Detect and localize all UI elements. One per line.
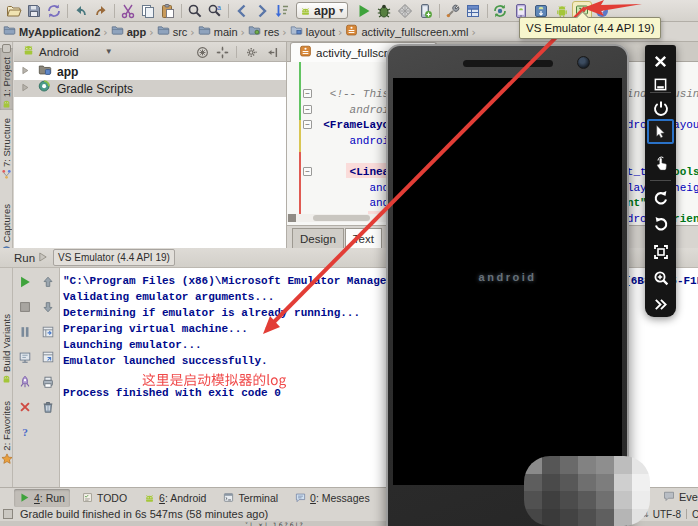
hide-panel-button[interactable] — [267, 46, 280, 59]
tool-window-button-android[interactable]: 6: Android — [139, 489, 211, 507]
tab-design[interactable]: Design — [292, 228, 344, 248]
forward-button[interactable] — [252, 1, 272, 21]
stop-button[interactable] — [15, 297, 35, 317]
fold-marker-icon[interactable]: − — [303, 120, 312, 129]
attach-button[interactable] — [416, 1, 435, 21]
emulator-zoom-in-button[interactable] — [645, 267, 676, 289]
dump-button[interactable] — [15, 347, 35, 367]
gradle-sync-button[interactable] — [491, 1, 510, 21]
editor-horizontal-scrollbar[interactable] — [287, 214, 388, 222]
fold-marker-icon[interactable]: − — [303, 167, 312, 176]
breadcrumb-label: app — [127, 26, 147, 38]
cut-button[interactable] — [118, 1, 138, 21]
breadcrumb-label: activity_fullscreen.xml — [361, 26, 468, 38]
sync-button[interactable] — [44, 1, 64, 21]
sidebar-item-2-favorites[interactable]: 2: Favorites — [0, 390, 13, 465]
breadcrumb-item-myapplication2[interactable]: MyApplication2 — [3, 23, 100, 41]
run-configuration-combo[interactable]: app▾ — [296, 2, 348, 19]
clear-all-button[interactable] — [38, 397, 58, 417]
censor-cell — [542, 509, 560, 526]
rerun-button[interactable] — [15, 272, 35, 292]
code-token-pl — [310, 135, 350, 147]
undo-button[interactable] — [71, 1, 91, 21]
scrollbar-thumb[interactable] — [313, 215, 370, 221]
emulator-rotate-cw-button[interactable] — [645, 213, 676, 235]
sidebar-item-7-structure[interactable]: 7: Structure — [0, 112, 13, 180]
locate-button[interactable] — [216, 46, 229, 59]
project-panel: Android ▼ appGradle Scripts — [14, 42, 287, 248]
breadcrumb-icon-wrap — [157, 23, 170, 41]
censor-cell — [632, 491, 650, 509]
sort-button[interactable] — [272, 1, 292, 21]
tab-text[interactable]: Text — [345, 228, 382, 248]
emulator-close-x-button[interactable] — [645, 50, 676, 72]
tool-window-button-messages[interactable]: 0: Messages — [290, 489, 375, 507]
rocket-button[interactable] — [15, 372, 35, 392]
breadcrumb-item-activity-fullscreen-xml[interactable]: activity_fullscreen.xml — [345, 23, 468, 41]
close-red-button[interactable] — [15, 397, 35, 417]
sidebar-item-1-project[interactable]: 1: Project — [0, 48, 13, 110]
tree-item-app[interactable]: app — [14, 63, 286, 80]
encoding-label[interactable]: UTF-8 — [653, 509, 681, 520]
red-annotation-text — [142, 373, 287, 394]
sidebar-item-build-variants[interactable]: Build Variants — [0, 281, 13, 385]
sidebar-item-captures[interactable]: Captures — [0, 194, 13, 256]
pause-button[interactable] — [15, 322, 35, 342]
help-blue-button[interactable]: ? — [15, 422, 35, 442]
fold-marker-icon[interactable]: − — [303, 89, 312, 98]
tool-window-button-todo[interactable]: TODO — [77, 489, 132, 507]
restore-layout-button[interactable] — [38, 322, 58, 342]
breadcrumb-label: main — [214, 26, 238, 38]
expand-arrow-icon[interactable] — [20, 65, 30, 79]
breadcrumb-item-res[interactable]: res — [248, 23, 279, 41]
debug-button[interactable] — [375, 1, 394, 21]
emulator-screen[interactable]: android — [393, 78, 622, 485]
run-button[interactable] — [354, 1, 373, 21]
pin-tab-button[interactable] — [38, 347, 58, 367]
emulator-cursor-button[interactable] — [647, 119, 674, 144]
redo-button[interactable] — [91, 1, 111, 21]
breadcrumb-item-main[interactable]: main — [198, 23, 238, 41]
find-button[interactable] — [185, 1, 205, 21]
emulator-power-button[interactable] — [645, 97, 676, 119]
copy-button[interactable] — [138, 1, 158, 21]
breadcrumb-item-app[interactable]: app — [111, 23, 147, 41]
emulator-rotate-ccw-button[interactable] — [645, 187, 676, 209]
emulator-fit-screen-button[interactable] — [645, 241, 676, 263]
event-log-button[interactable]: Eve — [663, 487, 698, 507]
project-panel-header: Android ▼ — [14, 42, 286, 62]
collapse-all-button[interactable] — [196, 46, 209, 59]
coverage-button[interactable] — [395, 1, 414, 21]
censor-cell — [596, 491, 614, 509]
status-toggle-icon[interactable] — [3, 509, 13, 519]
project-structure-button[interactable] — [463, 1, 482, 21]
tree-item-gradle-scripts[interactable]: Gradle Scripts — [14, 80, 286, 97]
project-view-selector[interactable]: Android — [39, 46, 79, 58]
down-button[interactable] — [38, 297, 58, 317]
breadcrumb-item-layout[interactable]: layout — [290, 23, 335, 41]
breadcrumb-item-src[interactable]: src — [157, 23, 188, 41]
censor-cell — [614, 491, 632, 509]
settings-button[interactable] — [443, 1, 462, 21]
expand-arrow-icon[interactable] — [20, 82, 30, 96]
tool-window-toggle-icon[interactable] — [2, 44, 11, 53]
run-tab-vs-emulator[interactable]: VS Emulator (4.4 API 19) — [53, 249, 175, 266]
back-button[interactable] — [232, 1, 252, 21]
xml-file-icon — [299, 44, 312, 62]
paste-button[interactable] — [158, 1, 178, 21]
save-button[interactable] — [24, 1, 44, 21]
fold-marker-icon[interactable]: − — [303, 105, 312, 114]
event-log-label: Eve — [679, 491, 698, 503]
emulator-more-button[interactable] — [645, 293, 676, 315]
emulator-touch-button[interactable] — [645, 153, 676, 175]
print-button[interactable] — [38, 372, 58, 392]
gear-button[interactable] — [244, 46, 260, 59]
clear-all-icon — [41, 400, 55, 414]
up-button[interactable] — [38, 272, 58, 292]
tool-window-button-run[interactable]: 4: Run — [14, 489, 70, 507]
open-folder-button[interactable] — [4, 1, 24, 21]
folder-icon — [111, 24, 124, 37]
replace-button[interactable]: a — [205, 1, 225, 21]
tool-window-button-terminal[interactable]: Terminal — [218, 489, 283, 507]
android-tool-icon — [1, 374, 12, 385]
